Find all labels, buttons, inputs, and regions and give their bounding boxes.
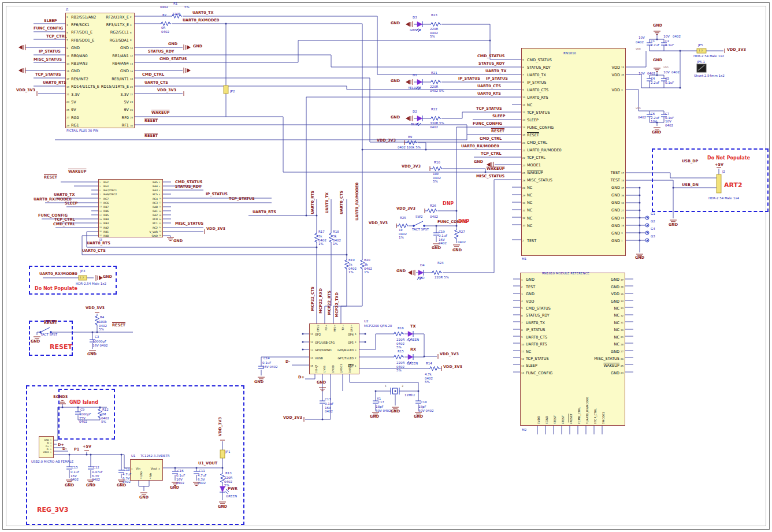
schematic-label: MISC_STATUS [34,58,62,62]
schematic-label: C13 [325,397,331,401]
schematic-label: R23 [431,13,437,17]
pin: 10RC4 [127,197,162,201]
schematic-label: GND Island [69,400,98,405]
schematic-label: R18 [333,230,339,234]
schematic-label: C14 [263,356,270,360]
schematic-label: SLEEP [65,202,77,206]
pin: 10GND [96,44,133,52]
schematic-label: JP2 [230,90,235,94]
pin: 24RC2 [127,226,162,230]
pin [568,116,625,124]
schematic-label: UART0_RTS [477,92,501,96]
pin: 3GND [568,229,625,237]
schematic-label: FUNC_CONFIG [34,27,63,31]
pin [568,131,625,139]
pin: 28GND [127,234,162,237]
schematic-label: MCP22_RTS [328,291,332,315]
schematic-label: VDD [636,107,641,110]
schematic-label: G1 [651,212,655,216]
pin: 15VDD [568,64,625,71]
pin: 17TEST [568,169,625,177]
schematic-label: DNP [443,201,454,207]
schematic-label: 220R 0402 5% [396,361,404,373]
schematic-label: R26 [430,204,436,208]
schematic-label: VDD_3V3 [157,88,176,93]
schematic-label: USB2.0 MICRO-AB FEMALE [31,460,73,464]
schematic-label: VDD_3V3 [727,48,746,53]
schematic-label: C1 2.2uF [651,39,659,47]
schematic-label: HDR-2.54 Male 1x2 [76,282,106,286]
schematic-label: 1k 0402 1% [399,228,407,240]
schematic-label: 10V [663,70,670,75]
schematic-label: VDD [663,66,669,69]
schematic-label: CMD_STATUS [477,54,504,59]
schematic-label: USB_DP [682,159,698,164]
schematic-label: TX [410,325,415,329]
pin: 245V [96,98,133,106]
schematic-label: ART2 [724,181,743,189]
schematic-label: UART0_RX/MODE0 [461,144,499,149]
jumper-jp1 [220,450,225,458]
schematic-label: TCP_STATUS [229,197,255,202]
pin [568,124,625,131]
schematic-label: D4 [420,263,425,267]
schematic-label: IP_STATUS [206,192,228,197]
schematic-label: TCP_CTRL [46,35,67,39]
schematic-label: RN1810 MODULE REFERENCE [542,271,589,276]
schematic-label: IP_STATUS [39,50,61,54]
schematic-label: WAKEUP [151,111,169,116]
schematic-label: D1 [413,73,417,77]
pin [568,147,625,154]
schematic-label: 0.1uF 16V 0402 [262,361,278,369]
schematic-label: R4 [100,315,104,319]
schematic-label: UART0_CTS [144,81,168,85]
schematic-label: 0402 [673,35,681,39]
pin: 18RE8/INT1 [96,75,133,83]
schematic-label: 220R 0402 5% [430,85,444,92]
pin: 6RA3 [127,188,162,192]
pin: Tab4 [146,469,155,479]
schematic-label: UART0_RX/MODE0 [355,183,360,221]
schematic-label: 3k 0402 1% [364,263,372,274]
schematic-label: R27 [459,230,465,234]
schematic-label: 220R [172,12,180,16]
schematic-label: UART0_TX [192,11,213,16]
pin: 34GND [568,199,625,207]
schematic-label: R2 [162,13,166,17]
schematic-label: C5 0.1uF [665,77,674,84]
schematic-label: FUNC_CONFIG [473,122,502,127]
schematic-label: 0.1uF 16V 0402 [70,470,79,482]
schematic-label: 220R 0402 5% [396,338,404,349]
schematic-label: 0.47uF 6.3V 0402 [92,470,103,482]
schematic-label: P1 [74,448,79,452]
schematic-label: GND [396,269,406,274]
schematic-label: 1 2 [80,276,84,279]
schematic-label: UART0_RTS [311,191,316,214]
pin: 37GND [567,276,624,283]
pin: 4RF3/U1TX_E [96,21,133,28]
schematic-label: 5% [184,5,190,9]
schematic-label: 0402 [160,5,168,9]
schematic-label: C15 [72,466,78,470]
schematic-label: GREEN [408,338,419,342]
schematic-label: VDD_3V3 [283,416,302,421]
schematic-label: SW2 [415,215,422,219]
pin: 35VDD [567,291,624,297]
pin: 20RC0 [127,217,162,221]
pin: 9RX [322,325,331,338]
schematic-label: TACT SPST [412,228,429,232]
schematic-label: RED [418,276,425,280]
schematic-label: UART0_TX [325,192,330,213]
schematic-label: UART0_RTS [43,81,66,85]
schematic-label: C7 0.1uF 10V 0402 [665,112,674,127]
pin: 18TEST [568,177,625,184]
pin: 26V_VAR [127,230,162,234]
schematic-label: C17 [378,400,384,404]
schematic-label: 0402 [671,70,680,75]
schematic-label: GND [31,340,40,344]
pin: 8RC5 [127,192,162,196]
schematic-label: MCP22_CTS [311,287,316,311]
schematic-label: RESET [44,321,57,326]
pin: OSC119 [337,359,346,373]
pin: 33NC [567,305,624,312]
